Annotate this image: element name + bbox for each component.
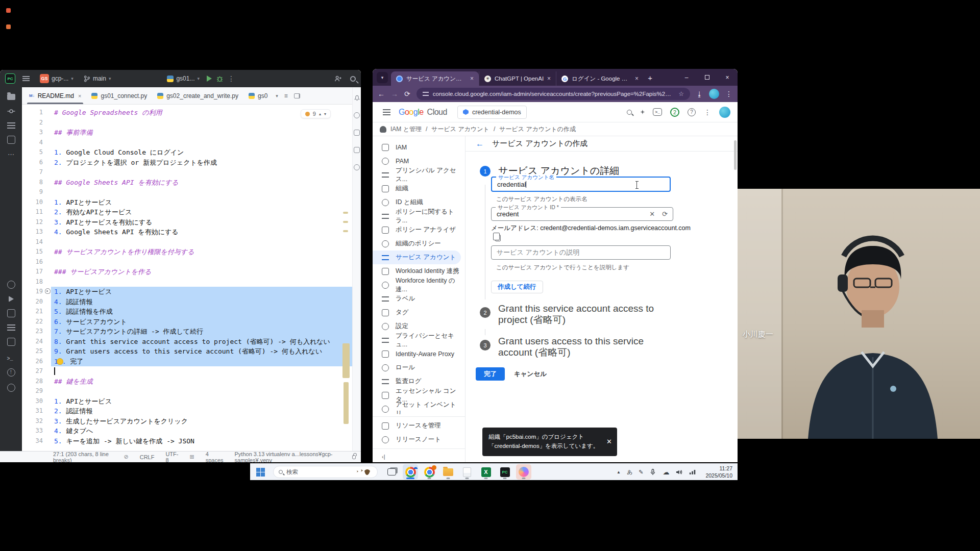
python-packages-tool-icon[interactable] [7, 309, 15, 317]
editor-line[interactable]: 237. サービスアカウントの詳細 -> 作成して続行 [22, 327, 352, 337]
editor-line[interactable]: 204. 認証情報 [22, 297, 352, 307]
help-icon[interactable]: ? [688, 108, 696, 116]
editor-line[interactable]: 27 [22, 366, 352, 377]
bookmarks-stripe-icon[interactable] [354, 164, 360, 170]
breadcrumb-iam[interactable]: IAM と管理 [390, 125, 422, 134]
project-widget[interactable]: GS gcp-... ▾ [37, 72, 77, 85]
editor-tab[interactable]: gs01_connect.py [86, 87, 152, 104]
sidebar-item[interactable]: IAM [373, 140, 461, 154]
copy-icon[interactable] [495, 235, 501, 241]
sidebar-item-manage-resources[interactable]: リソースを管理 [373, 419, 461, 433]
omnibox[interactable]: console.cloud.google.com/iam-admin/servi… [416, 88, 690, 100]
onedrive-cloud-icon[interactable]: ☁ [663, 468, 669, 476]
code-with-me-icon[interactable] [334, 75, 342, 83]
project-picker[interactable]: credential-demos [457, 106, 527, 119]
editor-line[interactable]: 215. 認証情報を作成 [22, 307, 352, 317]
profile-avatar[interactable] [709, 89, 719, 99]
search-icon[interactable] [627, 110, 632, 115]
editor-line[interactable]: 4 [22, 138, 352, 148]
sidebar-item[interactable]: 組織 [373, 182, 461, 195]
run-button[interactable] [207, 76, 212, 82]
create-and-continue-button[interactable]: 作成して続行 [491, 281, 543, 293]
sidebar-item[interactable]: プライバシーとセキュ... [373, 333, 461, 347]
description-field[interactable]: サービス アカウントの説明 [491, 245, 671, 260]
editor-line[interactable]: 112. 有効なAPIとサービス [22, 207, 352, 217]
editor-line[interactable]: 8## Google Sheets API を有効にする [22, 178, 352, 188]
new-tab-button[interactable]: + [648, 73, 652, 82]
clear-id-icon[interactable]: ✕ [649, 210, 655, 218]
sidebar-item[interactable]: Workforce Identity の連... [373, 278, 461, 292]
taskbar-notepad[interactable] [459, 464, 475, 480]
tray-overflow-chevron-icon[interactable]: ▲ [617, 470, 621, 474]
editor-line[interactable]: 248. Grant this service account access t… [22, 337, 352, 347]
sidebar-item[interactable]: ロール [373, 361, 461, 374]
inspections-widget[interactable]: 9 ▴ ▾ [301, 109, 331, 118]
back-arrow-icon[interactable]: ← [476, 139, 484, 148]
tab-options-icon[interactable]: ≡ [284, 92, 288, 99]
gemini-icon[interactable] [640, 110, 645, 114]
commit-tool-icon[interactable] [7, 107, 15, 115]
toast-close-icon[interactable]: ✕ [606, 437, 612, 447]
sidebar-item[interactable]: Identity-Aware Proxy [373, 347, 461, 361]
bookmark-star-icon[interactable]: ☆ [678, 90, 684, 97]
project-tool-icon[interactable] [7, 94, 15, 100]
run-tool-icon[interactable] [9, 296, 14, 302]
close-tab-icon[interactable]: × [547, 75, 551, 82]
back-icon[interactable]: ← [378, 90, 385, 98]
refresh-id-icon[interactable]: ⟳ [662, 210, 668, 218]
branch-widget[interactable]: main ▾ [81, 73, 114, 84]
column-selection-icon[interactable]: ⊞ [189, 454, 194, 460]
database-tool-icon[interactable] [7, 324, 15, 331]
done-button[interactable]: 完了 [476, 367, 505, 381]
editor-line[interactable]: 28## 鍵を生成 [22, 377, 352, 387]
indent-style[interactable]: 4 spaces [206, 451, 224, 463]
network-icon[interactable] [689, 469, 696, 475]
sidebar-item[interactable]: 組織のポリシー [373, 237, 461, 251]
dependencies-stripe-icon[interactable] [354, 147, 360, 153]
editor-line[interactable]: 51. Google Cloud Console にログイン [22, 147, 352, 158]
search-everywhere-icon[interactable] [350, 76, 356, 82]
editor-line[interactable]: 134. Google Sheets API を有効にする [22, 227, 352, 237]
python-interpreter[interactable]: Python 3.13 virtualenv a...lessons¥gcp-s… [235, 451, 341, 463]
problems-tool-icon[interactable]: ! [7, 368, 15, 377]
breadcrumb-service-accounts[interactable]: サービス アカウント [431, 125, 489, 134]
service-account-name-field[interactable]: サービス アカウント名 credential [491, 177, 671, 192]
editor-line[interactable]: 29 [22, 386, 352, 396]
caret-position[interactable]: 27:1 (203 chars, 8 line breaks) [53, 451, 112, 463]
microphone-icon[interactable] [649, 468, 656, 475]
ai-assistant-tool-icon[interactable] [7, 281, 15, 289]
sidebar-item[interactable]: アセット インベントリ [373, 402, 461, 416]
editor-line[interactable]: 323. 生成したサービスアカウントをクリック [22, 416, 352, 427]
close-button[interactable]: × [717, 69, 738, 86]
sidebar-collapse-icon[interactable]: ‹| [373, 451, 465, 462]
run-config-widget[interactable]: gs01... ▾ [164, 73, 203, 84]
account-avatar[interactable] [719, 107, 730, 118]
chrome-menu-icon[interactable]: ⋮ [725, 90, 732, 98]
debug-button[interactable] [216, 75, 224, 83]
ime-indicator[interactable]: あ [627, 468, 632, 476]
cloud-shell-icon[interactable]: >_ [653, 108, 662, 116]
editor-line[interactable]: 191. APIとサービス [22, 287, 352, 297]
sidebar-item[interactable]: サービス アカウント [373, 251, 461, 264]
more-tool-windows-icon[interactable]: ⋯ [7, 151, 15, 159]
database-stripe-icon[interactable] [354, 130, 360, 136]
sidebar-item[interactable]: ラベル [373, 292, 461, 306]
downloads-icon[interactable]: ⭳ [696, 90, 703, 98]
editor-line[interactable]: 7 [22, 167, 352, 178]
highlighting-level-icon[interactable]: ⊘ [124, 454, 128, 460]
editor-tab[interactable]: M↓README.md× [24, 87, 86, 104]
lock-icon[interactable] [352, 455, 356, 459]
browser-tab[interactable]: Gログイン - Google アカウント× [556, 71, 644, 86]
reload-icon[interactable]: ⟳ [404, 90, 410, 98]
editor-line[interactable]: 101. APIとサービス [22, 197, 352, 208]
speaker-icon[interactable] [675, 469, 683, 475]
taskbar-excel[interactable] [478, 464, 494, 480]
editor-line[interactable]: 18 [22, 277, 352, 287]
maximize-button[interactable] [697, 69, 717, 86]
taskbar-chrome-work[interactable] [403, 464, 418, 480]
vcs-tool-icon[interactable] [7, 384, 15, 392]
tab-search-icon[interactable]: ▾ [377, 72, 388, 83]
editor-line[interactable]: 334. 鍵タブへ [22, 426, 352, 436]
editor-line[interactable]: 2 [22, 118, 352, 128]
terminal-tool-icon[interactable] [7, 353, 15, 361]
